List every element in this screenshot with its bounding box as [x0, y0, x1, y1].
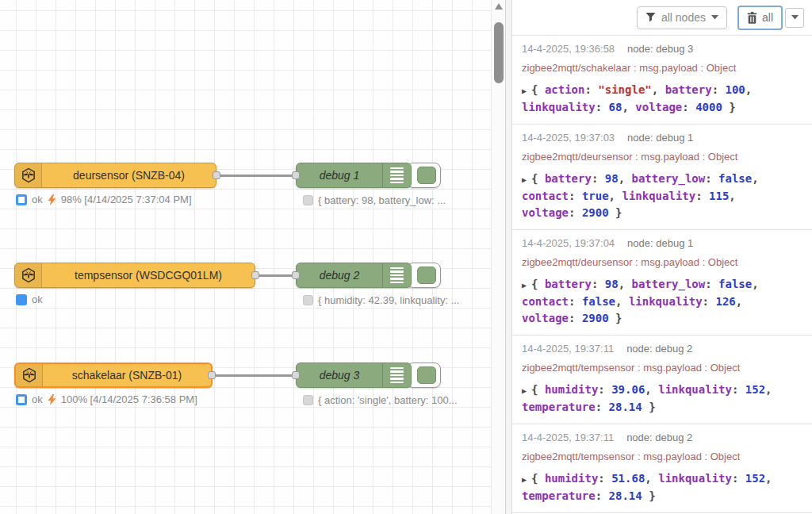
status-ring-icon: [16, 194, 27, 205]
zigbee-bee-icon: [15, 263, 42, 287]
flow-node-debug1[interactable]: debug 1: [296, 163, 412, 188]
message-topic: zigbee2mqtt/tempsensor : msg.payload : O…: [522, 362, 806, 374]
flow-node-deursensor[interactable]: deursensor (SNZB-04): [14, 163, 216, 188]
node-label: schakelaar (SNZB-01): [43, 364, 211, 386]
payload-json: { battery: 98, battery_low: false, conta…: [522, 278, 759, 324]
wire-deursensor-debug1[interactable]: [216, 175, 296, 177]
status-square-icon: [303, 295, 313, 305]
node-status-tempsensor: ok: [16, 293, 43, 305]
battery-status-text: 100% [4/14/2025 7:36:58 PM]: [61, 393, 197, 405]
debug-toggle-inner: [417, 167, 436, 184]
input-port[interactable]: [292, 171, 300, 179]
expand-payload-arrow-icon[interactable]: ▶: [522, 475, 527, 484]
flow-node-tempsensor[interactable]: tempsensor (WSDCGQ01LM): [14, 263, 255, 288]
flow-node-debug3[interactable]: debug 3: [296, 362, 412, 388]
status-dot-icon: [16, 294, 27, 305]
chevron-down-icon: [711, 15, 718, 20]
status-text: { action: 'single', battery: 100...: [318, 394, 458, 406]
message-node-name: node: debug 1: [627, 132, 693, 144]
debug-list-icon: [382, 263, 411, 287]
trash-icon: [747, 12, 757, 24]
output-port[interactable]: [251, 271, 259, 279]
message-topic: zigbee2mqtt/tempsensor : msg.payload : O…: [522, 451, 806, 463]
status-text: ok: [32, 194, 43, 205]
status-ring-icon: [16, 394, 27, 405]
message-timestamp: 14-4-2025, 19:37:03: [522, 132, 615, 144]
message-meta: 14-4-2025, 19:37:11 node: debug 2: [522, 432, 806, 444]
status-square-icon: [303, 395, 313, 405]
debug-sidebar: all nodes all: [512, 0, 812, 514]
message-timestamp: 14-4-2025, 19:37:04: [522, 237, 615, 250]
message-meta: 14-4-2025, 19:36:58 node: debug 3: [522, 43, 806, 56]
chevron-down-icon: [791, 15, 799, 20]
debug-message: 14-4-2025, 19:37:11 node: debug 2 zigbee…: [512, 336, 812, 424]
node-status-schakelaar: ok 100% [4/14/2025 7:36:58 PM]: [16, 393, 197, 405]
wire-tempsensor-debug2[interactable]: [255, 274, 296, 277]
clear-options-dropdown[interactable]: [785, 8, 804, 28]
flow-node-debug2[interactable]: debug 2: [296, 263, 412, 288]
node-label: tempsensor (WSDCGQ01LM): [42, 263, 255, 287]
wire-schakelaar-debug3[interactable]: [213, 374, 296, 377]
message-meta: 14-4-2025, 19:37:11 node: debug 2: [522, 343, 806, 355]
clear-button-group: all: [737, 6, 804, 30]
message-topic: zigbee2mqtt/deursensor : msg.payload : O…: [522, 151, 806, 163]
lightning-bolt-icon: [48, 194, 56, 205]
output-port[interactable]: [208, 371, 216, 379]
clear-messages-button[interactable]: all: [737, 6, 783, 30]
scrollbar-thumb[interactable]: [494, 22, 504, 83]
message-meta: 14-4-2025, 19:37:04 node: debug 1: [522, 237, 806, 250]
message-payload: ▶{ battery: 98, battery_low: false, cont…: [522, 171, 790, 221]
node-label: debug 2: [297, 263, 382, 287]
sidebar-resize-handle[interactable]: [505, 0, 512, 514]
expand-payload-arrow-icon[interactable]: ▶: [522, 281, 527, 290]
debug-message: 14-4-2025, 19:36:58 node: debug 3 zigbee…: [512, 36, 812, 125]
debug2-group: debug 2: [296, 263, 441, 288]
debug-message-list: 14-4-2025, 19:36:58 node: debug 3 zigbee…: [512, 36, 812, 514]
status-text: ok: [32, 393, 43, 405]
message-node-name: node: debug 2: [626, 432, 692, 444]
debug-filter-button[interactable]: all nodes: [637, 6, 727, 29]
message-node-name: node: debug 2: [626, 343, 692, 355]
message-meta: 14-4-2025, 19:37:03 node: debug 1: [522, 132, 806, 144]
node-status-debug1: { battery: 98, battery_low: ...: [303, 194, 446, 206]
status-text: { battery: 98, battery_low: ...: [318, 194, 446, 206]
debug-enable-toggle[interactable]: [407, 362, 441, 388]
debug-enable-toggle[interactable]: [407, 163, 441, 188]
zigbee-bee-icon: [16, 364, 43, 386]
expand-payload-arrow-icon[interactable]: ▶: [522, 175, 527, 184]
node-status-debug3: { action: 'single', battery: 100...: [303, 394, 458, 406]
message-payload: ▶{ humidity: 39.06, linkquality: 152, te…: [522, 382, 790, 416]
node-red-window: deursensor (SNZB-04) ok 98% [4/14/2025 7…: [0, 0, 812, 514]
input-port[interactable]: [292, 371, 300, 379]
debug-enable-toggle[interactable]: [407, 263, 441, 288]
debug-message: 14-4-2025, 19:37:03 node: debug 1 zigbee…: [512, 125, 812, 230]
debug-toggle-inner: [417, 267, 436, 284]
scroll-up-arrow-icon[interactable]: [495, 3, 503, 10]
flow-canvas[interactable]: deursensor (SNZB-04) ok 98% [4/14/2025 7…: [0, 0, 491, 514]
debug-list-icon: [382, 363, 411, 387]
debug-message: 14-4-2025, 19:37:04 node: debug 1 zigbee…: [512, 230, 812, 336]
message-topic: zigbee2mqtt/deursensor : msg.payload : O…: [522, 256, 806, 269]
message-topic: zigbee2mqtt/schakelaar : msg.payload : O…: [522, 62, 806, 75]
payload-json: { battery: 98, battery_low: false, conta…: [522, 172, 759, 219]
expand-payload-arrow-icon[interactable]: ▶: [522, 386, 527, 395]
debug1-group: debug 1: [296, 163, 441, 188]
debug-list-icon: [382, 163, 411, 187]
status-text: ok: [32, 293, 43, 305]
debug-message: 14-4-2025, 19:37:11 node: debug 2 zigbee…: [512, 424, 812, 513]
message-node-name: node: debug 1: [627, 237, 693, 250]
input-port[interactable]: [292, 271, 300, 279]
message-timestamp: 14-4-2025, 19:37:11: [522, 343, 614, 355]
clear-button-label: all: [762, 11, 773, 24]
flow-node-schakelaar[interactable]: schakelaar (SNZB-01): [14, 362, 213, 388]
filter-button-label: all nodes: [661, 11, 706, 24]
message-payload: ▶{ humidity: 51.68, linkquality: 152, te…: [522, 470, 790, 504]
node-status-deursensor: ok 98% [4/14/2025 7:37:04 PM]: [16, 194, 192, 205]
message-timestamp: 14-4-2025, 19:37:11: [522, 432, 614, 444]
expand-payload-arrow-icon[interactable]: ▶: [522, 86, 527, 95]
funnel-icon: [645, 13, 656, 22]
debug-sidebar-header: all nodes all: [512, 0, 812, 36]
canvas-vertical-scrollbar[interactable]: [491, 0, 505, 514]
lightning-bolt-icon: [48, 394, 56, 405]
output-port[interactable]: [213, 171, 220, 179]
